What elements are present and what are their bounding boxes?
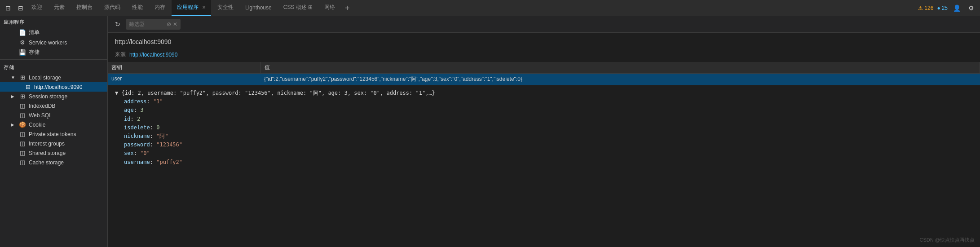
source-row: 来源 http://localhost:9090 <box>108 49 980 62</box>
tab-console-label: 控制台 <box>76 4 93 11</box>
sidebar-item-clear-label: 清单 <box>29 29 104 36</box>
tab-application[interactable]: 应用程序 ✕ <box>172 0 211 16</box>
json-preview: ▼ {id: 2, username: "puffy2", password: … <box>108 85 980 170</box>
json-key: age <box>124 107 134 113</box>
info-badge[interactable]: ● 25 <box>937 5 948 11</box>
filter-clear-button[interactable]: ⊘ <box>167 21 171 27</box>
tab-css[interactable]: CSS 概述 ⊞ <box>278 0 318 16</box>
json-key: address <box>124 98 147 105</box>
tab-network[interactable]: 网络 <box>319 0 340 16</box>
db-icon: ◫ <box>19 112 26 119</box>
json-value: 3 <box>140 107 143 113</box>
sidebar-item-storage[interactable]: 💾 存储 <box>0 47 107 57</box>
toolbar: ↻ ⊘ ✕ <box>108 16 980 33</box>
sidebar-item-shared-storage-label: Shared storage <box>29 150 104 156</box>
json-key: nickname <box>124 133 150 139</box>
content-panel: ↻ ⊘ ✕ http://localhost:9090 来源 http://lo… <box>108 16 980 247</box>
grid-icon: ⊞ <box>24 84 31 90</box>
group-icon: ◫ <box>19 140 26 147</box>
table-row[interactable]: user {"id":2,"username":"puffy2","passwo… <box>108 74 980 85</box>
json-key: id <box>124 116 130 122</box>
tab-elements[interactable]: 元素 <box>49 0 70 16</box>
sidebar-scroll: 应用程序 📄 清单 ⚙ Service workers 💾 存储 存储 ▼ <box>0 16 107 247</box>
sidebar: 应用程序 📄 清单 ⚙ Service workers 💾 存储 存储 ▼ <box>0 16 108 247</box>
sidebar-item-private-state[interactable]: ◫ Private state tokens <box>0 129 107 139</box>
json-value: "123456" <box>156 141 182 148</box>
source-url-link[interactable]: http://localhost:9090 <box>129 52 177 58</box>
sidebar-item-shared-storage[interactable]: ◫ Shared storage <box>0 148 107 158</box>
tab-performance[interactable]: 性能 <box>127 0 148 16</box>
json-field-age: age: 3 <box>115 106 973 115</box>
sidebar-item-cache-storage-label: Cache storage <box>29 159 104 166</box>
settings-icon[interactable]: ⚙ <box>966 3 976 13</box>
token-icon: ◫ <box>19 131 26 137</box>
json-field-sex: sex: "0" <box>115 149 973 158</box>
new-tab-icon[interactable]: ⊡ <box>4 4 13 13</box>
sidebar-item-cache-storage[interactable]: ◫ Cache storage <box>0 158 107 167</box>
sidebar-item-session-storage[interactable]: ▶ ⊞ Session storage <box>0 92 107 101</box>
sidebar-item-localhost[interactable]: ⊞ http://localhost:9090 <box>0 82 107 92</box>
json-field-nickname: nickname: "阿" <box>115 132 973 141</box>
tab-lighthouse-label: Lighthouse <box>245 4 272 11</box>
sidebar-item-service-workers[interactable]: ⚙ Service workers <box>0 38 107 47</box>
json-value: "1" <box>153 98 163 105</box>
table-body: user {"id":2,"username":"puffy2","passwo… <box>108 74 980 85</box>
warning-badge[interactable]: ⚠ 126 <box>918 5 933 11</box>
warning-count: 126 <box>924 5 933 11</box>
main-layout: 应用程序 📄 清单 ⚙ Service workers 💾 存储 存储 ▼ <box>0 16 980 247</box>
device-icon[interactable]: ⊟ <box>16 4 25 13</box>
tab-application-label: 应用程序 <box>177 4 199 11</box>
db-icon: ◫ <box>19 102 26 109</box>
tab-sources-label: 源代码 <box>104 4 120 11</box>
json-value: 2 <box>137 116 140 122</box>
json-colon: : <box>150 159 156 165</box>
sidebar-divider <box>0 59 107 60</box>
sidebar-item-indexeddb[interactable]: ◫ IndexedDB <box>0 101 107 110</box>
filter-input[interactable] <box>129 21 165 27</box>
json-value: "puffy2" <box>156 159 182 165</box>
add-tab-button[interactable]: + <box>341 0 353 16</box>
tab-sources[interactable]: 源代码 <box>99 0 126 16</box>
sidebar-item-clear[interactable]: 📄 清单 <box>0 27 107 38</box>
json-value: "阿" <box>156 133 168 139</box>
sidebar-item-interest-groups[interactable]: ◫ Interest groups <box>0 139 107 148</box>
tab-application-close[interactable]: ✕ <box>202 5 206 10</box>
tab-console[interactable]: 控制台 <box>71 0 98 16</box>
json-colon: : <box>150 124 156 131</box>
table-cell-value: {"id":2,"username":"puffy2","password":"… <box>260 74 980 85</box>
user-icon[interactable]: 👤 <box>951 3 962 13</box>
json-colon: : <box>130 116 137 122</box>
tab-memory[interactable]: 内存 <box>149 0 171 16</box>
grid-icon: ⊞ <box>19 74 26 81</box>
json-colon: : <box>134 107 140 113</box>
tab-bar-right: ⚠ 126 ● 25 👤 ⚙ <box>918 3 976 13</box>
json-field-id: id: 2 <box>115 115 973 124</box>
warning-icon: ⚠ <box>918 5 923 11</box>
json-field-isdelete: isdelete: 0 <box>115 124 973 132</box>
json-summary-line: ▼ {id: 2, username: "puffy2", password: … <box>115 89 973 97</box>
filter-close-button[interactable]: ✕ <box>173 21 177 27</box>
tab-security-label: 安全性 <box>217 4 234 11</box>
sidebar-item-cookie[interactable]: ▶ 🍪 Cookie <box>0 120 107 129</box>
storage-section-label: 存储 <box>0 62 107 73</box>
tab-lighthouse[interactable]: Lighthouse <box>240 0 277 16</box>
tab-performance-label: 性能 <box>132 4 143 11</box>
document-icon: 📄 <box>19 29 26 36</box>
tab-welcome[interactable]: 欢迎 <box>26 0 48 16</box>
tab-memory-label: 内存 <box>155 4 165 11</box>
tab-security[interactable]: 安全性 <box>212 0 239 16</box>
info-count: 25 <box>942 5 948 11</box>
refresh-button[interactable]: ↻ <box>113 20 122 29</box>
shared-icon: ◫ <box>19 150 26 156</box>
json-summary-text: {id: 2, username: "puffy2", password: "1… <box>121 90 435 96</box>
grid-icon: ⊞ <box>19 93 26 100</box>
json-expand-button[interactable]: ▼ <box>115 90 118 96</box>
sidebar-item-web-sql[interactable]: ◫ Web SQL <box>0 110 107 120</box>
table-header-row: 密钥 值 <box>108 62 980 74</box>
json-colon: : <box>150 141 156 148</box>
sidebar-item-local-storage[interactable]: ▼ ⊞ Local storage <box>0 73 107 82</box>
json-colon: : <box>150 133 156 139</box>
url-section: http://localhost:9090 <box>108 33 980 49</box>
key-header: 密钥 <box>108 62 260 74</box>
cookie-icon: 🍪 <box>19 121 26 128</box>
